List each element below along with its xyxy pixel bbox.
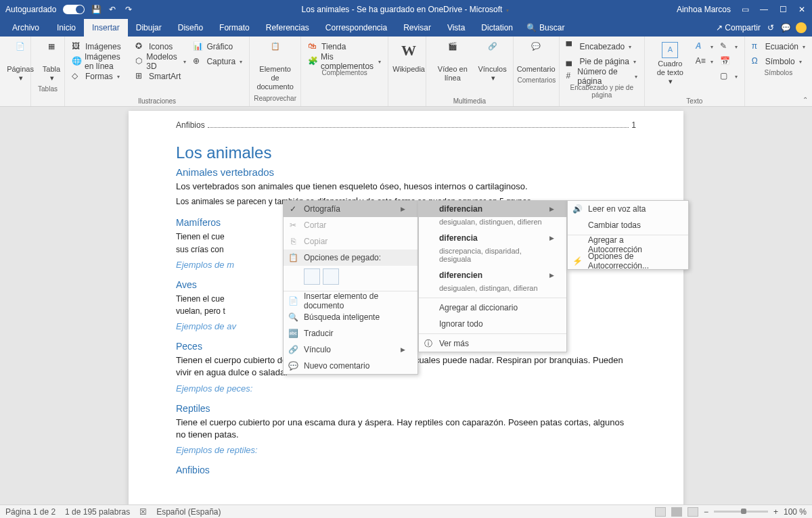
save-icon[interactable]: 💾 <box>91 5 101 14</box>
translate-icon: 🔤 <box>288 328 298 339</box>
tab-references[interactable]: Referencias <box>258 19 317 37</box>
screenshot-icon: ⊕ <box>193 56 204 67</box>
zoom-out[interactable]: − <box>704 507 708 517</box>
minimize-icon[interactable]: — <box>759 5 769 14</box>
feedback-icon[interactable] <box>796 22 807 33</box>
suggestion-synonyms: desigualen, distingan, difieran <box>419 283 566 296</box>
history-icon[interactable]: ↺ <box>766 23 775 32</box>
symbol-button[interactable]: ΩSímbolo▾ <box>749 54 808 69</box>
ctx-translate[interactable]: 🔤Traducir <box>284 325 418 342</box>
ctx-new-comment[interactable]: 💬Nuevo comentario <box>284 358 418 374</box>
signature-button[interactable]: ✎▾ <box>717 39 740 54</box>
tab-draw[interactable]: Dibujar <box>128 19 170 37</box>
tab-file[interactable]: Archivo <box>3 19 49 37</box>
status-bar: Página 1 de 2 1 de 195 palabras ☒ Españo… <box>0 504 812 518</box>
dropcap-button[interactable]: A≡▾ <box>693 54 716 69</box>
read-aloud[interactable]: 🔊Leer en voz alta <box>568 201 688 217</box>
user-name[interactable]: Ainhoa Marcos <box>677 5 731 14</box>
ctx-cut[interactable]: ✂Cortar <box>284 217 418 233</box>
autocorrect-options[interactable]: ⚡Opciones de Autocorrección... <box>568 253 688 269</box>
3d-models-button[interactable]: ⬡Modelos 3D▾ <box>133 54 189 69</box>
comment-button[interactable]: 💬Comentario <box>518 39 555 76</box>
tab-insert[interactable]: Insertar <box>84 19 128 37</box>
ctx-spelling[interactable]: ✓Ortografía▶ <box>284 201 418 217</box>
autosave-toggle[interactable] <box>63 5 85 14</box>
paragraph: Los vertebrados son animales que tienen … <box>176 181 636 193</box>
ctx-link[interactable]: 🔗Vínculo▶ <box>284 342 418 358</box>
pages-icon: 📄 <box>9 42 31 64</box>
tab-home[interactable]: Inicio <box>49 19 84 37</box>
smartart-button[interactable]: ⊞SmartArt <box>133 69 189 84</box>
online-video-button[interactable]: 🎬Vídeo en línea <box>430 39 474 97</box>
zoom-in[interactable]: + <box>773 507 778 517</box>
tab-view[interactable]: Vista <box>439 19 473 37</box>
table-button[interactable]: ▦Tabla▾ <box>35 39 68 85</box>
wikipedia-button[interactable]: WWikipedia <box>392 39 425 76</box>
header-button[interactable]: ▀Encabezado▾ <box>564 39 640 54</box>
view-print[interactable] <box>671 507 682 517</box>
search-box[interactable]: 🔍Buscar <box>526 23 564 32</box>
tab-design[interactable]: Diseño <box>170 19 211 37</box>
suggestion-synonyms: desigualan, distinguen, difieren <box>419 217 566 230</box>
multimedia-group-label: Multimedia <box>430 97 508 106</box>
suggestion-synonyms: discrepancia, disparidad, desiguala <box>419 246 566 267</box>
datetime-button[interactable]: 📅 <box>717 54 740 69</box>
zoom-slider[interactable] <box>714 511 768 513</box>
proofing-icon[interactable]: ☒ <box>139 507 147 517</box>
equation-button[interactable]: πEcuación▾ <box>749 39 808 54</box>
collapse-ribbon-icon[interactable]: ⌃ <box>803 96 808 103</box>
doc-element-button[interactable]: 📋Elemento de documento <box>254 39 296 95</box>
online-images-button[interactable]: 🌐Imágenes en línea <box>69 54 131 69</box>
date-icon: 📅 <box>720 56 731 67</box>
signature-icon: ✎ <box>720 41 731 52</box>
zoom-level[interactable]: 100 % <box>784 507 807 517</box>
tab-dictation[interactable]: Dictation <box>473 19 521 37</box>
tab-mail[interactable]: Correspondencia <box>317 19 395 37</box>
paste-option-merge[interactable] <box>323 268 339 285</box>
page-indicator[interactable]: Página 1 de 2 <box>5 507 55 517</box>
paste-icon: 📋 <box>288 252 298 263</box>
add-to-dictionary[interactable]: Agregar al diccionario <box>419 300 566 316</box>
ribbon-options-icon[interactable]: ▭ <box>740 5 750 14</box>
maximize-icon[interactable]: ☐ <box>778 5 788 14</box>
object-button[interactable]: ▢▾ <box>717 69 740 84</box>
suggestion-1[interactable]: diferencian▶ <box>419 201 566 217</box>
tab-layout[interactable]: Formato <box>211 19 258 37</box>
ctx-insert-element[interactable]: 📄Insertar elemento de documento <box>284 293 418 309</box>
illustrations-group-label: Ilustraciones <box>69 97 245 106</box>
chart-button[interactable]: 📊Gráfico <box>190 39 245 54</box>
change-all[interactable]: Cambiar todas <box>568 217 688 233</box>
wordart-button[interactable]: A▾ <box>693 39 716 54</box>
suggestion-2[interactable]: diferencia▶ <box>419 230 566 246</box>
links-button[interactable]: 🔗Vínculos▾ <box>476 39 509 97</box>
table-icon: ▦ <box>41 42 62 64</box>
tab-review[interactable]: Revisar <box>395 19 439 37</box>
info-icon: ⓘ <box>423 338 434 349</box>
close-icon[interactable]: ✕ <box>797 5 807 14</box>
ctx-copy[interactable]: ⎘Copiar <box>284 233 418 250</box>
redo-icon[interactable]: ↷ <box>124 5 133 14</box>
lightning-icon: ⚡ <box>572 256 583 266</box>
suggestion-3[interactable]: diferencien▶ <box>419 267 566 283</box>
screenshot-button[interactable]: ⊕Captura▾ <box>190 54 245 69</box>
see-more[interactable]: ⓘVer más <box>419 335 566 352</box>
comments-icon[interactable]: 💬 <box>781 23 790 32</box>
share-button[interactable]: ↗ Compartir <box>716 23 761 32</box>
my-addins-button[interactable]: 🧩Mis complementos▾ <box>305 54 384 69</box>
ctx-smart-lookup[interactable]: 🔍Búsqueda inteligente <box>284 309 418 325</box>
view-web[interactable] <box>687 507 698 517</box>
doc-element-icon: 📄 <box>288 296 298 306</box>
paste-option-keep[interactable] <box>304 268 320 285</box>
ignore-all[interactable]: Ignorar todo <box>419 316 566 332</box>
add-autocorrect[interactable]: Agregar a Autocorrección <box>568 237 688 253</box>
cut-icon: ✂ <box>288 220 298 231</box>
view-read[interactable] <box>655 507 666 517</box>
language-indicator[interactable]: Español (España) <box>156 507 221 517</box>
dropcap-icon: A≡ <box>696 56 706 67</box>
word-count[interactable]: 1 de 195 palabras <box>65 507 130 517</box>
heading-anfibios: Anfibios <box>176 465 636 475</box>
page-number-button[interactable]: #Número de página▾ <box>564 69 640 84</box>
textbox-button[interactable]: ACuadro de texto▾ <box>649 39 692 97</box>
shapes-button[interactable]: ◇Formas▾ <box>69 69 131 84</box>
undo-icon[interactable]: ↶ <box>108 5 117 14</box>
